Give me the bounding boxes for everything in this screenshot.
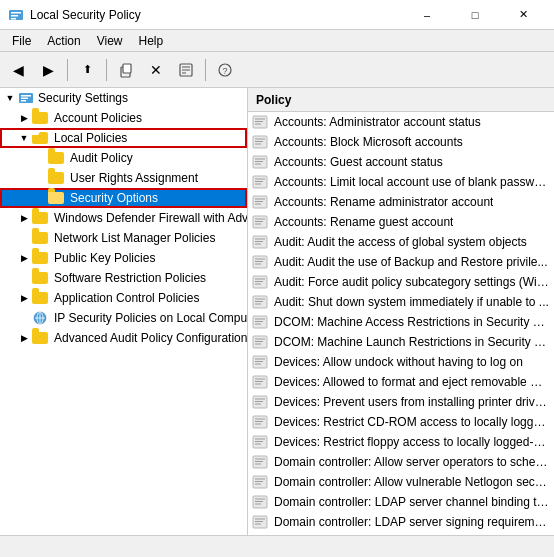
tree-item-audit-policy[interactable]: ▶ Audit Policy: [0, 148, 247, 168]
policy-row[interactable]: Accounts: Limit local account use of bla…: [248, 172, 554, 192]
tree-label-application-control: Application Control Policies: [54, 291, 199, 305]
policy-row-text: Accounts: Block Microsoft accounts: [274, 135, 463, 149]
svg-rect-66: [253, 356, 267, 368]
svg-text:?: ?: [222, 66, 227, 76]
svg-rect-46: [253, 256, 267, 268]
policy-row[interactable]: Accounts: Guest account status: [248, 152, 554, 172]
close-button[interactable]: ✕: [500, 0, 546, 30]
tree-item-security-settings[interactable]: ▼ Security Settings: [0, 88, 247, 108]
policy-row[interactable]: Domain controller: Allow server operator…: [248, 452, 554, 472]
policy-row-icon: [252, 174, 268, 190]
policy-row[interactable]: Accounts: Block Microsoft accounts: [248, 132, 554, 152]
svg-rect-74: [253, 396, 267, 408]
expand-local-policies[interactable]: ▼: [16, 130, 32, 146]
policy-row-text: Accounts: Guest account status: [274, 155, 443, 169]
tree-item-security-options[interactable]: ▶ Security Options: [0, 188, 247, 208]
expand-windows-defender[interactable]: ▶: [16, 210, 32, 226]
tree-item-ip-security[interactable]: ▶ IP Security Policies on Local Compute.…: [0, 308, 247, 328]
policy-row[interactable]: Audit: Shut down system immediately if u…: [248, 292, 554, 312]
policy-row-icon: [252, 514, 268, 530]
tree-item-public-key[interactable]: ▶ Public Key Policies: [0, 248, 247, 268]
tree-item-windows-defender[interactable]: ▶ Windows Defender Firewall with Adva...: [0, 208, 247, 228]
policy-row[interactable]: Audit: Audit the access of global system…: [248, 232, 554, 252]
menu-bar: File Action View Help: [0, 30, 554, 52]
svg-rect-70: [253, 376, 267, 388]
policy-row-icon: [252, 194, 268, 210]
policy-row[interactable]: Devices: Restrict floppy access to local…: [248, 432, 554, 452]
tree-item-account-policies[interactable]: ▶ Account Policies: [0, 108, 247, 128]
software-restriction-icon: [32, 270, 48, 286]
policy-row[interactable]: Domain controller: Refuse machine accoun…: [248, 532, 554, 535]
svg-rect-86: [253, 456, 267, 468]
expand-application-control[interactable]: ▶: [16, 290, 32, 306]
security-settings-icon: [18, 90, 34, 106]
svg-rect-3: [11, 18, 16, 20]
windows-defender-icon: [32, 210, 48, 226]
policy-row[interactable]: Domain controller: Allow vulnerable Netl…: [248, 472, 554, 492]
copy-button[interactable]: [112, 56, 140, 84]
policy-row-icon: [252, 454, 268, 470]
menu-help[interactable]: Help: [131, 32, 172, 50]
maximize-button[interactable]: □: [452, 0, 498, 30]
policy-row[interactable]: Audit: Audit the use of Backup and Resto…: [248, 252, 554, 272]
delete-button[interactable]: ✕: [142, 56, 170, 84]
policy-row[interactable]: Devices: Allow undock without having to …: [248, 352, 554, 372]
policy-row[interactable]: Audit: Force audit policy subcategory se…: [248, 272, 554, 292]
minimize-button[interactable]: –: [404, 0, 450, 30]
tree-item-software-restriction[interactable]: ▶ Software Restriction Policies: [0, 268, 247, 288]
svg-rect-38: [253, 216, 267, 228]
policy-row-text: Devices: Restrict floppy access to local…: [274, 435, 550, 449]
policy-row[interactable]: DCOM: Machine Access Restrictions in Sec…: [248, 312, 554, 332]
menu-file[interactable]: File: [4, 32, 39, 50]
main-content: ▼ Security Settings ▶ Account Policies ▼: [0, 88, 554, 535]
menu-action[interactable]: Action: [39, 32, 88, 50]
forward-button[interactable]: ▶: [34, 56, 62, 84]
policy-row[interactable]: Accounts: Administrator account status: [248, 112, 554, 132]
policy-row[interactable]: Accounts: Rename guest account: [248, 212, 554, 232]
policy-row[interactable]: DCOM: Machine Launch Restrictions in Sec…: [248, 332, 554, 352]
up-button[interactable]: ⬆: [73, 56, 101, 84]
policy-row-text: Accounts: Limit local account use of bla…: [274, 175, 550, 189]
policy-row-icon: [252, 334, 268, 350]
policy-row-icon: [252, 114, 268, 130]
svg-rect-1: [11, 12, 21, 14]
policy-row[interactable]: Domain controller: LDAP server channel b…: [248, 492, 554, 512]
policy-row-icon: [252, 414, 268, 430]
policy-row[interactable]: Devices: Prevent users from installing p…: [248, 392, 554, 412]
menu-view[interactable]: View: [89, 32, 131, 50]
window-title: Local Security Policy: [30, 8, 404, 22]
user-rights-icon: [48, 170, 64, 186]
expand-account-policies[interactable]: ▶: [16, 110, 32, 126]
tree-item-application-control[interactable]: ▶ Application Control Policies: [0, 288, 247, 308]
tree-item-local-policies[interactable]: ▼ Local Policies: [0, 128, 247, 148]
title-bar: Local Security Policy – □ ✕: [0, 0, 554, 30]
policy-row[interactable]: Accounts: Rename administrator account: [248, 192, 554, 212]
expand-security-settings[interactable]: ▼: [2, 90, 18, 106]
policy-row[interactable]: Devices: Allowed to format and eject rem…: [248, 372, 554, 392]
network-list-icon: [32, 230, 48, 246]
back-button[interactable]: ◀: [4, 56, 32, 84]
svg-rect-5: [123, 64, 131, 73]
policy-row-text: DCOM: Machine Access Restrictions in Sec…: [274, 315, 550, 329]
policy-row-text: Devices: Prevent users from installing p…: [274, 395, 550, 409]
toolbar-sep-3: [205, 59, 206, 81]
properties-button[interactable]: [172, 56, 200, 84]
tree-label-audit-policy: Audit Policy: [70, 151, 133, 165]
policy-row-text: Audit: Force audit policy subcategory se…: [274, 275, 550, 289]
policy-row-icon: [252, 214, 268, 230]
policy-row-text: Domain controller: Allow server operator…: [274, 455, 550, 469]
svg-rect-13: [21, 95, 31, 97]
policy-row[interactable]: Devices: Restrict CD-ROM access to local…: [248, 412, 554, 432]
tree-label-software-restriction: Software Restriction Policies: [54, 271, 206, 285]
tree-item-user-rights[interactable]: ▶ User Rights Assignment: [0, 168, 247, 188]
expand-advanced-audit[interactable]: ▶: [16, 330, 32, 346]
tree-item-network-list[interactable]: ▶ Network List Manager Policies: [0, 228, 247, 248]
help-button[interactable]: ?: [211, 56, 239, 84]
expand-public-key[interactable]: ▶: [16, 250, 32, 266]
tree-item-advanced-audit[interactable]: ▶ Advanced Audit Policy Configuration: [0, 328, 247, 348]
policy-row-icon: [252, 294, 268, 310]
policy-row-icon: [252, 134, 268, 150]
policy-row[interactable]: Domain controller: LDAP server signing r…: [248, 512, 554, 532]
policy-column-header: Policy: [252, 93, 295, 107]
policy-row-icon: [252, 254, 268, 270]
